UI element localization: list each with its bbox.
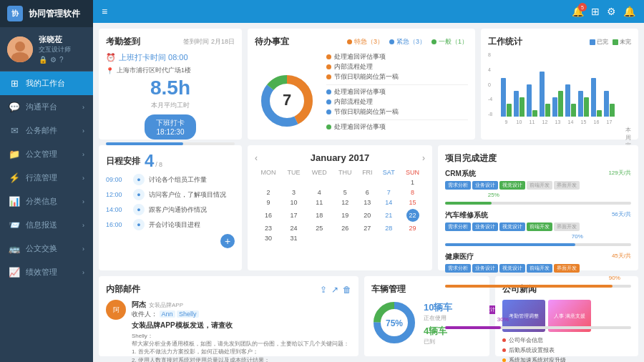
avatar-1: 阿: [106, 300, 126, 320]
sidebar-item-workbench[interactable]: ⊞ 我的工作台: [0, 72, 93, 95]
sidebar-item-communication[interactable]: 💬 沟通平台 ›: [0, 95, 93, 119]
user-role: 交互设计师: [39, 45, 86, 54]
help-icon[interactable]: ?: [59, 56, 64, 64]
bell-icon[interactable]: 🔔: [623, 6, 635, 17]
news-dot-orange: [502, 358, 506, 362]
cal-day[interactable]: 8: [400, 187, 425, 197]
cal-day[interactable]: [357, 177, 377, 187]
cal-day[interactable]: 4: [306, 187, 333, 197]
cal-day[interactable]: [282, 177, 306, 187]
cal-day[interactable]: 3: [282, 187, 306, 197]
cal-day[interactable]: 19: [333, 207, 357, 223]
cal-day[interactable]: [377, 233, 400, 243]
cal-next-button[interactable]: ›: [422, 153, 425, 163]
bar-group: [591, 78, 602, 117]
cal-day[interactable]: 7: [377, 187, 400, 197]
cal-day[interactable]: 1: [400, 177, 425, 187]
urgent-badge: 特急（3）: [347, 37, 384, 47]
cal-day[interactable]: 20: [357, 207, 377, 223]
cal-day[interactable]: 12: [333, 197, 357, 207]
cal-day[interactable]: 21: [377, 207, 400, 223]
bar-todo: [532, 110, 537, 117]
lock-icon[interactable]: 🔒: [39, 56, 47, 64]
share-icon[interactable]: ↗: [331, 285, 338, 295]
schedule-date: 4 / 8: [145, 152, 162, 170]
sidebar-item-mail[interactable]: ✉ 公务邮件 ›: [0, 119, 93, 142]
cal-day[interactable]: 18: [306, 207, 333, 223]
forward-icon[interactable]: ⇪: [320, 285, 327, 295]
clockin-button[interactable]: 下班打卡 18:12:30: [145, 114, 196, 140]
sidebar-item-category[interactable]: 📊 分类信息 ›: [0, 190, 93, 213]
cal-day[interactable]: [306, 233, 333, 243]
cal-day[interactable]: 28: [377, 223, 400, 233]
cal-day[interactable]: 27: [357, 223, 377, 233]
sidebar-item-bus[interactable]: 🚌 公文交换 ›: [0, 237, 93, 260]
cal-day[interactable]: [400, 233, 425, 243]
attendance-card: 考勤签到 签到时间 2月18日 ⏰ 上班打卡时间 08:00 📍 上海市浦行区时…: [99, 29, 242, 140]
mail-action-icons: ⇪ ↗ 🗑: [320, 285, 351, 295]
cal-prev-button[interactable]: ‹: [255, 153, 258, 163]
cal-day[interactable]: [333, 233, 357, 243]
cal-day[interactable]: 2: [255, 187, 282, 197]
percent-label: 70%: [572, 233, 583, 240]
menu-icon[interactable]: ≡: [102, 6, 107, 17]
cal-day[interactable]: 16: [255, 207, 282, 223]
schedule-header: 日程安排 4 / 8: [106, 152, 235, 170]
workflow-icon: ⚡: [9, 172, 20, 183]
date-label: 签到时间: [183, 38, 209, 45]
cal-day[interactable]: [377, 177, 400, 187]
cal-day[interactable]: 22: [400, 207, 425, 223]
cal-day[interactable]: 26: [333, 223, 357, 233]
cal-day[interactable]: 14: [377, 197, 400, 207]
mail-title: 内部邮件: [106, 283, 140, 295]
settings-icon[interactable]: ⚙: [607, 6, 616, 17]
cal-day[interactable]: 23: [255, 223, 282, 233]
bar-done: [565, 84, 570, 117]
calendar-title: January 2017: [311, 152, 369, 163]
cal-day[interactable]: [306, 177, 333, 187]
cal-day[interactable]: 10: [282, 197, 306, 207]
cal-day[interactable]: 29: [400, 223, 425, 233]
x-labels: 9 10 11 12 13 14 15 16 17: [488, 118, 631, 124]
cal-day[interactable]: 30: [255, 233, 282, 243]
cal-day[interactable]: 24: [282, 223, 306, 233]
notification-badge: 5: [578, 3, 587, 11]
cal-day[interactable]: 5: [333, 187, 357, 197]
cal-day[interactable]: 31: [282, 233, 306, 243]
grid-icon[interactable]: ⊞: [591, 6, 600, 17]
cal-today[interactable]: 22: [406, 209, 419, 222]
project-title: 项目完成进度: [445, 152, 497, 165]
cal-day[interactable]: 15: [400, 197, 425, 207]
cal-day[interactable]: 25: [306, 223, 333, 233]
delete-icon[interactable]: 🗑: [343, 285, 351, 295]
settings-icon[interactable]: ⚙: [50, 56, 57, 64]
cal-day[interactable]: [255, 177, 282, 187]
sidebar-item-workflow[interactable]: ⚡ 行流管理 ›: [0, 166, 93, 190]
cal-header-sun: SUN: [400, 167, 425, 177]
cal-week: 1: [255, 177, 425, 187]
sidebar-logo: 协: [7, 6, 23, 21]
notification-icon[interactable]: 🔔 5: [572, 6, 584, 17]
cal-day[interactable]: [357, 233, 377, 243]
bar-todo: [507, 104, 512, 117]
sidebar-item-infosend[interactable]: 📨 信息报送 ›: [0, 213, 93, 237]
cal-day[interactable]: 11: [306, 197, 333, 207]
cal-day[interactable]: 6: [357, 187, 377, 197]
bar-todo: [545, 104, 550, 117]
news-dot-red: [502, 338, 506, 342]
sidebar-item-perf[interactable]: 📈 绩效管理 ›: [0, 260, 93, 284]
sidebar-item-docmgmt[interactable]: 📁 公文管理 ›: [0, 142, 93, 166]
cal-day[interactable]: 9: [255, 197, 282, 207]
project-bar: [445, 202, 631, 205]
add-schedule-button[interactable]: +: [220, 234, 235, 248]
nav-items: ⊞ 我的工作台 💬 沟通平台 › ✉ 公务邮件 › 📁 公文管理 › ⚡ 行流管…: [0, 72, 93, 362]
mail-preview: Shelly： 帮大家分析业务通用模板，如图，请先发到团队的一份图，主要给以下几…: [132, 332, 351, 362]
schedule-icon: ●: [133, 189, 145, 200]
cal-day[interactable]: 13: [357, 197, 377, 207]
cal-day[interactable]: 17: [282, 207, 306, 223]
chevron-right-icon: ›: [82, 269, 84, 276]
urgent-item-2: 内部流程处理: [326, 62, 468, 72]
chart-icon: 📊: [9, 196, 20, 207]
cal-day[interactable]: [333, 177, 357, 187]
general-section: 处理逾回评估事项: [326, 122, 468, 132]
